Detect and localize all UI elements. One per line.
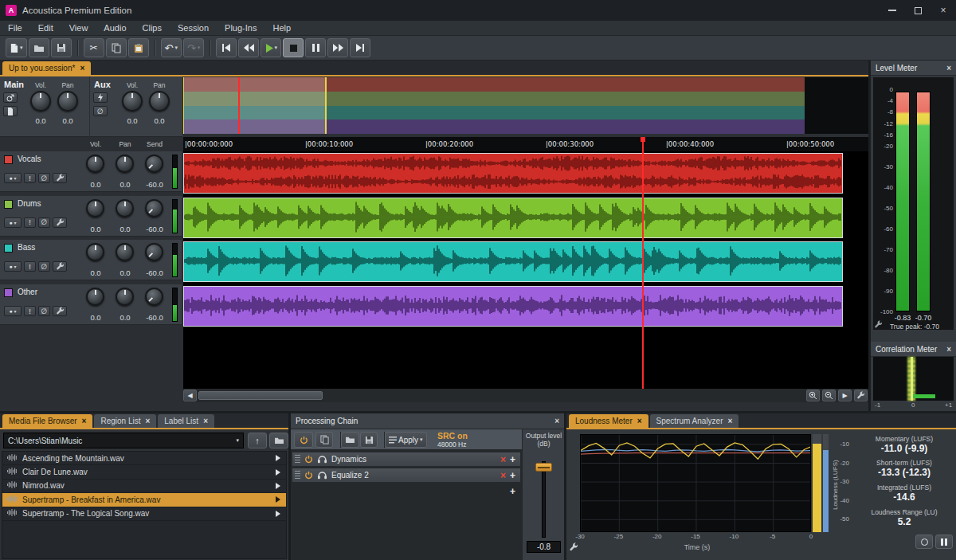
mute-button[interactable]: ∅ bbox=[93, 106, 108, 116]
close-icon[interactable]: × bbox=[728, 417, 733, 425]
close-icon[interactable]: × bbox=[145, 417, 150, 425]
track-fx-button[interactable] bbox=[53, 306, 67, 316]
undo-button[interactable]: ↶▾ bbox=[161, 38, 182, 57]
menu-file[interactable]: File bbox=[0, 21, 30, 35]
track-fx-button[interactable] bbox=[53, 261, 67, 272]
track-mute-button[interactable]: ∅ bbox=[38, 261, 50, 272]
close-icon[interactable]: × bbox=[80, 64, 84, 72]
track-mute-button[interactable]: ∅ bbox=[38, 306, 50, 316]
viewport-right-edge[interactable] bbox=[325, 77, 327, 134]
file-row[interactable]: Supertramp - The Logical Song.wav bbox=[2, 507, 286, 521]
maximize-button[interactable] bbox=[905, 0, 931, 21]
drag-handle-icon[interactable] bbox=[295, 471, 300, 480]
scroll-left-button[interactable]: ◀ bbox=[183, 390, 197, 401]
menu-plug-ins[interactable]: Plug-Ins bbox=[217, 21, 264, 35]
loudness-run-button[interactable] bbox=[915, 535, 933, 549]
output-fader-handle[interactable] bbox=[535, 463, 552, 472]
track-lane-bass[interactable] bbox=[183, 241, 843, 282]
track-volume-knob[interactable] bbox=[86, 288, 104, 306]
timeline-settings-button[interactable] bbox=[854, 390, 868, 401]
track-solo-button[interactable]: ! bbox=[24, 306, 36, 316]
track-volume-knob[interactable] bbox=[86, 155, 104, 173]
track-fx-button[interactable] bbox=[53, 217, 67, 228]
effect-row-dynamics[interactable]: Dynamics×+ bbox=[292, 452, 521, 467]
track-color-swatch[interactable] bbox=[4, 244, 13, 253]
notes-button[interactable] bbox=[3, 106, 18, 116]
track-record-button[interactable]: ●▾ bbox=[4, 173, 22, 183]
zoom-out-button[interactable] bbox=[822, 390, 836, 401]
zoom-in-button[interactable] bbox=[806, 390, 820, 401]
session-overview[interactable] bbox=[183, 77, 805, 134]
main-pan-knob[interactable] bbox=[57, 91, 78, 112]
track-pan-knob[interactable] bbox=[116, 288, 134, 306]
headphones-icon[interactable] bbox=[317, 471, 327, 480]
tab-media-file-browser[interactable]: Media File Browser× bbox=[2, 414, 92, 428]
track-lane-drums[interactable] bbox=[183, 198, 843, 238]
stop-button[interactable] bbox=[283, 38, 304, 57]
tab-label-list[interactable]: Label List× bbox=[158, 414, 214, 428]
loudness-pause-button[interactable] bbox=[935, 535, 953, 549]
session-tab[interactable]: Up to you.session*× bbox=[2, 61, 91, 75]
pause-button[interactable] bbox=[305, 38, 326, 57]
output-level-value[interactable]: -0.8 bbox=[527, 541, 561, 553]
menu-help[interactable]: Help bbox=[264, 21, 299, 35]
track-lane-other[interactable] bbox=[183, 286, 843, 327]
meter-settings-button[interactable] bbox=[874, 320, 883, 331]
power-icon[interactable] bbox=[304, 455, 313, 464]
browse-folder-button[interactable] bbox=[269, 433, 288, 448]
menu-audio[interactable]: Audio bbox=[96, 21, 134, 35]
rewind-button[interactable] bbox=[238, 38, 259, 57]
chain-open-button[interactable] bbox=[341, 432, 359, 448]
menu-edit[interactable]: Edit bbox=[30, 21, 61, 35]
track-mute-button[interactable]: ∅ bbox=[38, 173, 50, 183]
track-fx-button[interactable] bbox=[53, 173, 67, 183]
remove-effect-icon[interactable]: × bbox=[500, 470, 506, 481]
track-solo-button[interactable]: ! bbox=[24, 261, 36, 272]
output-fader-track[interactable] bbox=[542, 461, 546, 538]
track-volume-knob[interactable] bbox=[86, 243, 104, 261]
chain-power-button[interactable] bbox=[294, 432, 313, 448]
copy-button[interactable] bbox=[106, 38, 127, 57]
menu-view[interactable]: View bbox=[61, 21, 96, 35]
chain-copy-button[interactable] bbox=[315, 432, 333, 448]
play-button[interactable]: ▾ bbox=[261, 38, 281, 57]
menu-session[interactable]: Session bbox=[170, 21, 217, 35]
file-play-button[interactable] bbox=[276, 455, 280, 461]
chain-save-button[interactable] bbox=[360, 432, 378, 448]
main-volume-knob[interactable] bbox=[30, 91, 51, 112]
file-row[interactable]: Ascending the Mountain.wav bbox=[2, 452, 286, 465]
close-icon[interactable]: × bbox=[82, 417, 87, 425]
add-effect-icon[interactable]: + bbox=[510, 486, 515, 497]
minimize-button[interactable] bbox=[880, 0, 905, 21]
tab-spectrum-analyzer[interactable]: Spectrum Analyzer× bbox=[650, 414, 739, 428]
parent-folder-button[interactable]: ↑ bbox=[248, 433, 267, 448]
track-solo-button[interactable]: ! bbox=[24, 217, 36, 228]
aux-pan-knob[interactable] bbox=[149, 91, 170, 112]
file-row[interactable]: Supertramp - Breakfast in America.wav bbox=[2, 493, 286, 507]
track-record-button[interactable]: ●▾ bbox=[4, 261, 22, 272]
file-play-button[interactable] bbox=[276, 511, 280, 517]
track-pan-knob[interactable] bbox=[116, 155, 134, 173]
skip-to-end-button[interactable] bbox=[350, 38, 370, 57]
new-session-button[interactable]: ▾ bbox=[6, 38, 27, 57]
add-effect-icon[interactable]: + bbox=[510, 454, 515, 465]
tab-region-list[interactable]: Region List× bbox=[94, 414, 156, 428]
add-effect-icon[interactable]: + bbox=[510, 470, 515, 481]
loudness-settings-button[interactable] bbox=[569, 542, 578, 554]
path-dropdown[interactable]: C:\Users\Stian\Music ▾ bbox=[3, 433, 244, 448]
track-mute-button[interactable]: ∅ bbox=[38, 217, 50, 228]
skip-to-start-button[interactable] bbox=[216, 38, 237, 57]
close-icon[interactable]: × bbox=[637, 417, 642, 425]
track-pan-knob[interactable] bbox=[116, 199, 134, 217]
track-record-button[interactable]: ●▾ bbox=[4, 306, 22, 316]
file-play-button[interactable] bbox=[276, 496, 280, 503]
save-button[interactable] bbox=[51, 38, 72, 57]
file-row[interactable]: Nimrod.wav bbox=[2, 480, 286, 493]
redo-button[interactable]: ↷▾ bbox=[183, 38, 204, 57]
track-volume-knob[interactable] bbox=[86, 199, 104, 217]
power-icon[interactable] bbox=[304, 471, 313, 480]
close-icon[interactable]: × bbox=[946, 345, 951, 354]
overview-playhead[interactable] bbox=[238, 77, 240, 134]
effect-row-equalize-2[interactable]: Equalize 2×+ bbox=[292, 468, 521, 483]
file-row[interactable]: Clair De Lune.wav bbox=[2, 465, 286, 479]
